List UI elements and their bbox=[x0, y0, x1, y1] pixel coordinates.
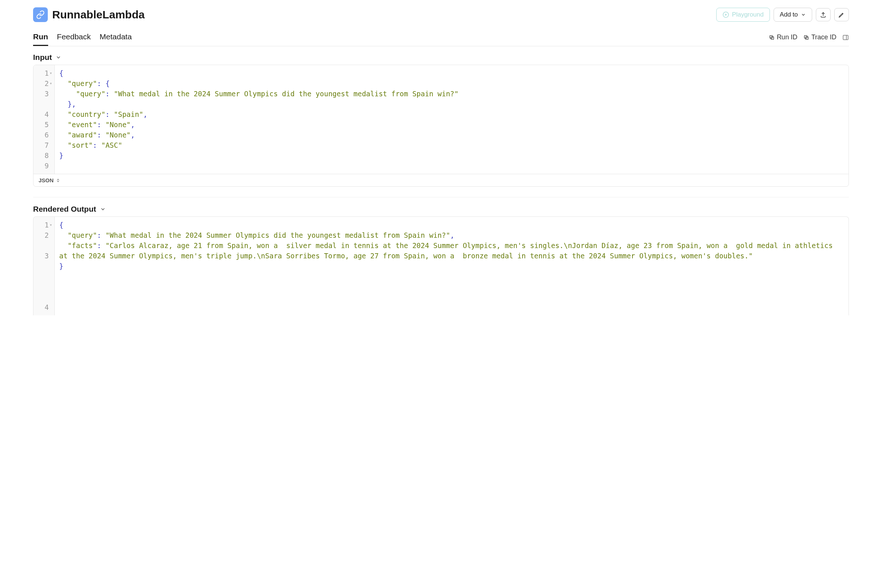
chevron-down-icon bbox=[801, 12, 806, 17]
share-button[interactable] bbox=[816, 8, 831, 21]
sidebar-icon bbox=[842, 34, 849, 41]
divider bbox=[33, 197, 849, 197]
header-right: Playground Add to bbox=[716, 8, 849, 22]
chevron-down-icon bbox=[100, 206, 106, 212]
gutter: 1▾ 2▾ 3▾ 4▾ bbox=[33, 217, 55, 315]
upload-icon bbox=[820, 11, 826, 18]
tab-feedback[interactable]: Feedback bbox=[57, 32, 91, 46]
tab-metadata[interactable]: Metadata bbox=[100, 32, 132, 46]
rendered-output-section-header[interactable]: Rendered Output bbox=[33, 205, 849, 213]
svg-marker-1 bbox=[725, 14, 727, 16]
chain-link-icon bbox=[33, 8, 48, 22]
playground-label: Playground bbox=[732, 11, 764, 18]
playground-button[interactable]: Playground bbox=[716, 8, 770, 22]
run-id-label: Run ID bbox=[777, 33, 798, 41]
copy-icon bbox=[769, 34, 775, 40]
gutter: 1▾ 2▾ 3▾ 4▾ 5▾ 6▾ 7▾ 8▾ 9▾ bbox=[33, 65, 55, 174]
input-code-block: 1▾ 2▾ 3▾ 4▾ 5▾ 6▾ 7▾ 8▾ 9▾ { "query": { … bbox=[33, 64, 849, 187]
copy-trace-id[interactable]: Trace ID bbox=[803, 33, 836, 41]
header-left: RunnableLambda bbox=[33, 8, 145, 22]
play-circle-icon bbox=[723, 11, 729, 18]
input-section-title: Input bbox=[33, 53, 52, 62]
annotate-button[interactable] bbox=[834, 8, 849, 21]
header: RunnableLambda Playground Add to bbox=[33, 8, 849, 22]
output-code-block: 1▾ 2▾ 3▾ 4▾ { "query": "What medal in th… bbox=[33, 216, 849, 315]
chevron-down-icon bbox=[56, 54, 62, 60]
code-content[interactable]: { "query": "What medal in the 2024 Summe… bbox=[55, 217, 849, 315]
page-title: RunnableLambda bbox=[52, 9, 145, 21]
code-content[interactable]: { "query": { "query": "What medal in the… bbox=[55, 65, 849, 174]
code-body: 1▾ 2▾ 3▾ 4▾ 5▾ 6▾ 7▾ 8▾ 9▾ { "query": { … bbox=[33, 65, 849, 174]
input-section-header[interactable]: Input bbox=[33, 53, 849, 62]
svg-rect-7 bbox=[843, 35, 848, 40]
copy-run-id[interactable]: Run ID bbox=[769, 33, 798, 41]
code-footer[interactable]: JSON bbox=[33, 174, 849, 186]
tabs-row: Run Feedback Metadata Run ID Trace ID bbox=[33, 32, 849, 46]
format-label: JSON bbox=[39, 177, 54, 183]
trace-id-label: Trace ID bbox=[812, 33, 836, 41]
code-body: 1▾ 2▾ 3▾ 4▾ { "query": "What medal in th… bbox=[33, 217, 849, 315]
rendered-output-title: Rendered Output bbox=[33, 205, 96, 213]
sort-icon bbox=[56, 178, 60, 183]
tab-run[interactable]: Run bbox=[33, 32, 48, 46]
toggle-sidebar-button[interactable] bbox=[842, 34, 849, 41]
add-to-button[interactable]: Add to bbox=[774, 8, 812, 22]
copy-icon bbox=[803, 34, 809, 40]
pencil-icon bbox=[838, 11, 845, 18]
tabs: Run Feedback Metadata bbox=[33, 32, 132, 46]
ids: Run ID Trace ID bbox=[769, 33, 849, 45]
add-to-label: Add to bbox=[780, 11, 798, 18]
